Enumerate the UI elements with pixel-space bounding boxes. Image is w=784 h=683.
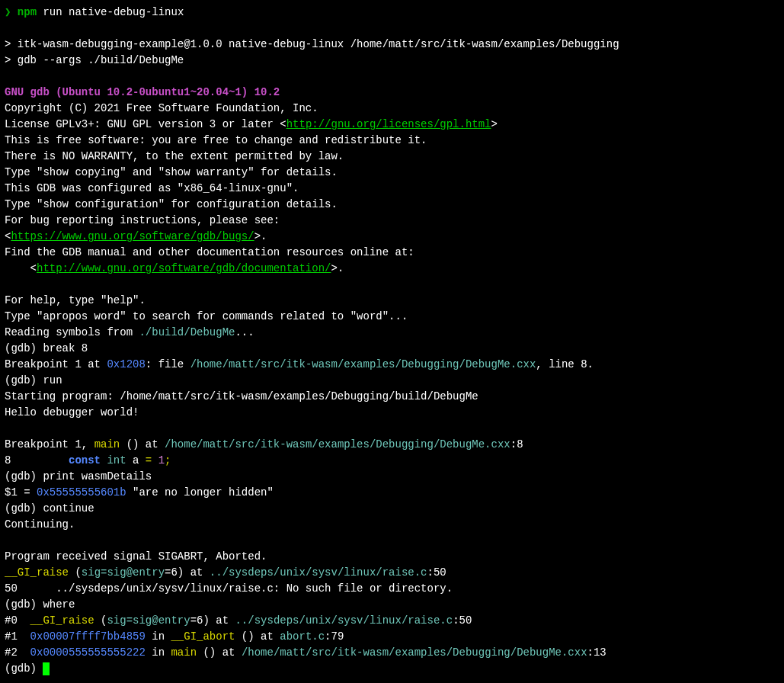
raise-location-line: __GI_raise (sig=sig@entry=6) at ../sysde… [5,565,779,581]
license-link[interactable]: http://gnu.org/licenses/gpl.html [286,118,491,130]
frame-1-line: #1 0x00007ffff7bb4859 in __GI_abort () a… [5,629,779,645]
bugs-link[interactable]: https://www.gnu.org/software/gdb/bugs/ [11,230,254,242]
no-file-line: 50 ../sysdeps/unix/sysv/linux/raise.c: N… [5,581,779,597]
terminal-window[interactable]: ❯ npm run native-debug-linux > itk-wasm-… [5,5,779,677]
gdb-where-command: (gdb) where [5,597,779,613]
doc-link[interactable]: http://www.gnu.org/software/gdb/document… [37,262,331,274]
bugs-link-line: <https://www.gnu.org/software/gdb/bugs/>… [5,229,779,245]
gdb-run-command: (gdb) run [5,373,779,389]
copyright-line: Copyright (C) 2021 Free Software Foundat… [5,101,779,117]
sigabrt-line: Program received signal SIGABRT, Aborted… [5,549,779,565]
blank-line [5,69,779,85]
cursor-icon [43,662,50,675]
starting-program-line: Starting program: /home/matt/src/itk-was… [5,389,779,405]
prompt-symbol: ❯ [5,6,18,18]
npm-output-2: > gdb --args ./build/DebugMe [5,53,779,69]
prompt-line[interactable]: ❯ npm run native-debug-linux [5,5,779,21]
apropos-line: Type "apropos word" to search for comman… [5,309,779,325]
help-line: For help, type "help". [5,293,779,309]
gdb-prompt-line[interactable]: (gdb) [5,661,779,677]
gdb-break-command: (gdb) break 8 [5,341,779,357]
doc-link-line: <http://www.gnu.org/software/gdb/documen… [5,261,779,277]
gdb-print-command: (gdb) print wasmDetails [5,469,779,485]
gdb-continue-command: (gdb) continue [5,501,779,517]
source-line: 8 const int a = 1; [5,453,779,469]
no-warranty-line: There is NO WARRANTY, to the extent perm… [5,149,779,165]
npm-output-1: > itk-wasm-debugging-example@1.0.0 nativ… [5,37,779,53]
blank-line [5,421,779,437]
frame-2-line: #2 0x0000555555555222 in main () at /hom… [5,645,779,661]
hello-output-line: Hello debugger world! [5,405,779,421]
npm-args: run native-debug-linux [37,6,184,18]
free-software-line: This is free software: you are free to c… [5,133,779,149]
show-config-line: Type "show configuration" for configurat… [5,197,779,213]
blank-line [5,21,779,37]
blank-line [5,277,779,293]
license-line: License GPLv3+: GNU GPL version 3 or lat… [5,117,779,133]
breakpoint-hit-line: Breakpoint 1, main () at /home/matt/src/… [5,437,779,453]
blank-line [5,533,779,549]
npm-command: npm [18,6,37,18]
frame-0-line: #0 __GI_raise (sig=sig@entry=6) at ../sy… [5,613,779,629]
continuing-line: Continuing. [5,517,779,533]
gdb-version-header: GNU gdb (Ubuntu 10.2-0ubuntu1~20.04~1) 1… [5,85,779,101]
find-manual-line: Find the GDB manual and other documentat… [5,245,779,261]
bug-report-line: For bug reporting instructions, please s… [5,213,779,229]
configured-line: This GDB was configured as "x86_64-linux… [5,181,779,197]
breakpoint-set-line: Breakpoint 1 at 0x1208: file /home/matt/… [5,357,779,373]
show-copying-line: Type "show copying" and "show warranty" … [5,165,779,181]
print-result-line: $1 = 0x55555555601b "are no longer hidde… [5,485,779,501]
reading-symbols-line: Reading symbols from ./build/DebugMe... [5,325,779,341]
